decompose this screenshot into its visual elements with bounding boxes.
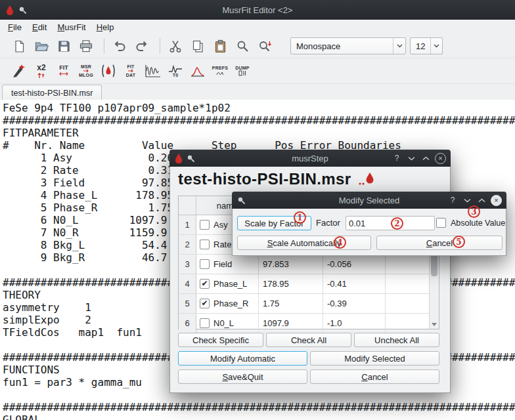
dump-glyph-icon: [238, 70, 246, 76]
titlebar-icons: [232, 196, 246, 205]
titlebar-icons: [0, 5, 27, 15]
absolute-value-checkbox[interactable]: [436, 218, 446, 228]
check-all-button[interactable]: Check All: [266, 333, 351, 347]
copy-button[interactable]: [188, 36, 208, 56]
chevron-down-icon: [430, 38, 442, 54]
save-quit-button[interactable]: Save&Quit: [178, 369, 307, 384]
musrview-button[interactable]: [99, 61, 118, 81]
annotation-2: 2: [391, 217, 403, 230]
print-button[interactable]: [76, 36, 96, 56]
undo-icon: [112, 39, 127, 52]
check-specific-button[interactable]: Check Specific: [178, 333, 263, 347]
modify-selected-button[interactable]: Modify Selected: [310, 351, 439, 366]
modify-automatic-button[interactable]: Modify Automatic: [178, 351, 307, 366]
chisq-icon: x2: [37, 64, 45, 72]
musrt0-button[interactable]: T0: [166, 61, 185, 81]
font-combo-value: Monospace: [291, 41, 393, 51]
param-value: 97.853: [259, 255, 323, 274]
size-combo-value: 12: [411, 41, 430, 51]
corner-header-cell: [179, 196, 196, 215]
oscillation-plot-icon: [145, 64, 162, 78]
undo-button[interactable]: [110, 36, 129, 56]
mlog-label: MLOG: [79, 73, 93, 77]
row-checkbox[interactable]: [200, 220, 210, 230]
row-checkbox[interactable]: ✔: [200, 279, 210, 289]
row-checkbox[interactable]: [200, 259, 210, 269]
maximize-button[interactable]: [420, 153, 431, 163]
maximize-button[interactable]: [476, 195, 487, 205]
param-step: -0.41: [323, 274, 386, 293]
table-row[interactable]: 3 Field 97.853 -0.056: [179, 255, 439, 274]
row-checkbox[interactable]: [200, 240, 210, 249]
msr2mlog-button[interactable]: MSR MLOG: [76, 61, 96, 81]
param-name: Asy: [213, 220, 228, 230]
scroll-down-icon[interactable]: [432, 323, 437, 326]
help-button[interactable]: ?: [392, 153, 402, 163]
row-number: 1: [179, 215, 196, 234]
menu-file[interactable]: File: [3, 21, 27, 33]
plot-button[interactable]: [143, 61, 163, 81]
musrstep-dialog: musrStep ? × test-histo-PSI-BIN.msr name…: [169, 150, 451, 393]
param-name: Rate: [213, 240, 231, 249]
redo-icon: [135, 39, 149, 52]
minimize-button[interactable]: [462, 195, 472, 205]
main-titlebar: MusrFit Editor <2>: [0, 0, 515, 20]
param-step: -0.39: [323, 294, 386, 313]
find-next-icon: [258, 39, 272, 53]
param-step: -0.056: [323, 255, 386, 274]
save-file-button[interactable]: [54, 36, 74, 56]
font-family-combo[interactable]: Monospace: [290, 37, 406, 54]
dat-label: DAT: [126, 73, 135, 77]
menu-help[interactable]: Help: [91, 21, 120, 33]
scale-automatically-button[interactable]: Scale Automatically: [237, 236, 371, 250]
heading-row: test-histo-PSI-BIN.msr: [178, 170, 377, 188]
cancel-button[interactable]: Cancel: [310, 369, 439, 384]
musrdump-button[interactable]: DUMP: [233, 61, 252, 81]
table-row[interactable]: 5 ✔Phase_R 1.75 -0.39: [179, 294, 439, 314]
musrfit-logo-icon: [357, 171, 377, 187]
tab-label: test-histo-PSI-BIN.msr: [11, 89, 93, 98]
factor-input[interactable]: [346, 216, 435, 230]
paste-icon: [213, 39, 227, 53]
table-row[interactable]: 6 N0_L 1097.9 -1.0: [179, 314, 439, 333]
musrstep-titlebar[interactable]: musrStep ? ×: [169, 150, 451, 167]
musrprefs-button[interactable]: PREFS: [210, 61, 230, 81]
minimize-button[interactable]: [406, 153, 416, 163]
check-buttons-row: Check Specific Check All Uncheck All: [178, 333, 439, 347]
open-folder-icon: [34, 39, 49, 53]
modify-body: Scale by Factor Factor Absolute Value Sc…: [232, 209, 506, 256]
musrft-button[interactable]: [188, 61, 208, 81]
font-size-combo[interactable]: 12: [410, 37, 443, 54]
fourier-peak-icon: [190, 64, 206, 77]
param-value: 1.75: [259, 294, 323, 313]
tab-msr-file[interactable]: test-histo-PSI-BIN.msr: [2, 85, 102, 101]
row-checkbox[interactable]: ✔: [200, 299, 210, 308]
modify-titlebar[interactable]: Modify Selected ? ×: [232, 192, 506, 209]
close-button[interactable]: ×: [491, 195, 502, 206]
find-next-button[interactable]: [255, 36, 275, 56]
help-button[interactable]: ?: [447, 195, 458, 205]
uncheck-all-button[interactable]: Uncheck All: [354, 333, 439, 347]
redo-button[interactable]: [132, 36, 152, 56]
cut-button[interactable]: [166, 36, 185, 56]
calc-chisq-button[interactable]: x2: [32, 61, 51, 81]
msr2data-button[interactable]: FIT DAT: [121, 61, 141, 81]
musrfit-button[interactable]: FIT: [54, 61, 74, 81]
find-button[interactable]: [233, 36, 252, 56]
param-name: N0_L: [213, 318, 234, 328]
menu-musrfit[interactable]: MusrFit: [52, 21, 91, 33]
absolute-value-label: Absolute Value: [451, 219, 505, 228]
copy-icon: [191, 39, 205, 53]
param-name: Phase_L: [213, 279, 247, 289]
cancel-button[interactable]: Cancel: [376, 236, 503, 250]
musrwiz-button[interactable]: [9, 61, 29, 81]
menu-edit[interactable]: Edit: [27, 21, 52, 33]
new-file-button[interactable]: [9, 36, 29, 56]
paste-button[interactable]: [210, 36, 230, 56]
open-file-button[interactable]: [32, 36, 51, 56]
table-row[interactable]: 4 ✔Phase_L 178.95 -0.41: [179, 274, 439, 294]
annotation-4: 4: [334, 236, 346, 249]
row-checkbox[interactable]: [200, 318, 210, 328]
close-button[interactable]: ×: [435, 153, 446, 164]
titlebar-icons: [169, 154, 195, 163]
